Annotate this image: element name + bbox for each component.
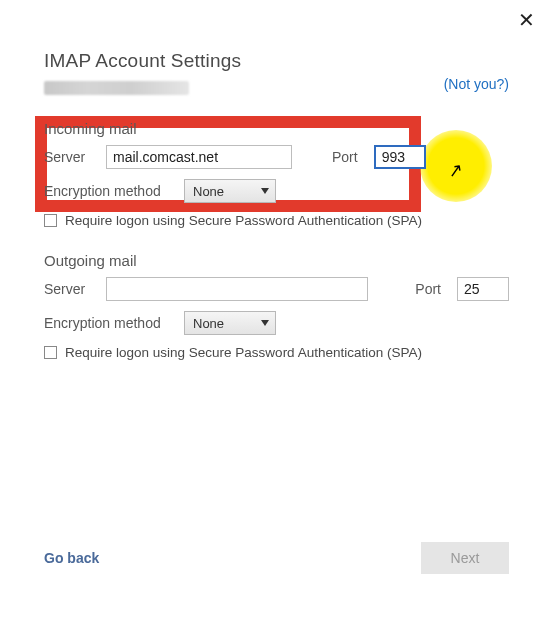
email-address-redacted [44,81,189,95]
page-title: IMAP Account Settings [44,50,509,72]
outgoing-spa-checkbox[interactable] [44,346,57,359]
incoming-spa-label: Require logon using Secure Password Auth… [65,213,422,228]
next-button[interactable]: Next [421,542,509,574]
chevron-down-icon [261,320,269,326]
outgoing-encryption-label: Encryption method [44,315,172,331]
incoming-port-label: Port [332,149,358,165]
incoming-port-input[interactable] [374,145,426,169]
outgoing-spa-label: Require logon using Secure Password Auth… [65,345,422,360]
outgoing-server-input[interactable] [106,277,368,301]
incoming-spa-checkbox[interactable] [44,214,57,227]
outgoing-encryption-dropdown[interactable]: None [184,311,276,335]
incoming-encryption-value: None [193,184,224,199]
go-back-link[interactable]: Go back [44,550,99,566]
close-icon[interactable]: ✕ [518,8,535,32]
outgoing-encryption-value: None [193,316,224,331]
outgoing-heading: Outgoing mail [44,252,509,269]
incoming-heading: Incoming mail [44,120,509,137]
not-you-link[interactable]: (Not you?) [444,76,509,92]
incoming-server-input[interactable] [106,145,292,169]
outgoing-port-label: Port [415,281,441,297]
outgoing-port-input[interactable] [457,277,509,301]
outgoing-server-label: Server [44,281,94,297]
incoming-server-label: Server [44,149,94,165]
chevron-down-icon [261,188,269,194]
incoming-encryption-dropdown[interactable]: None [184,179,276,203]
incoming-encryption-label: Encryption method [44,183,172,199]
